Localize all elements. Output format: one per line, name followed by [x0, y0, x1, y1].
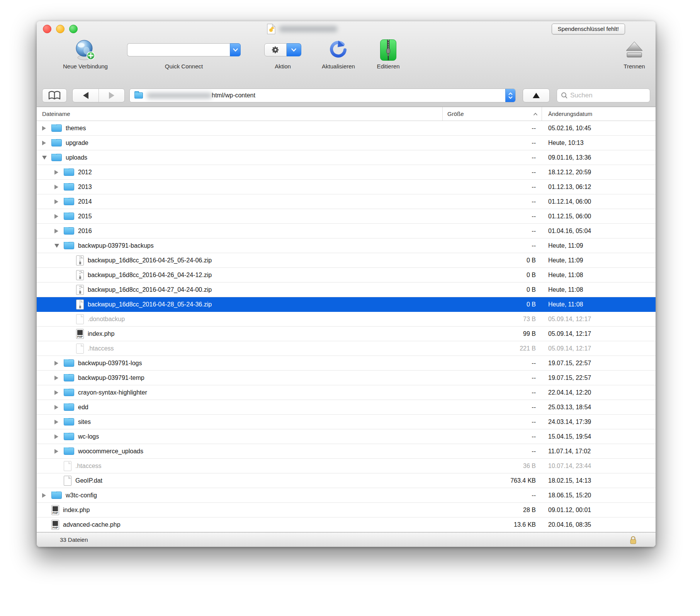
- file-name: 2012: [78, 169, 92, 176]
- table-row[interactable]: backwpup_16d8cc_2016-04-25_05-24-06.zip0…: [37, 253, 656, 268]
- search-input[interactable]: [570, 92, 646, 99]
- table-row[interactable]: 2013--01.12.13, 06:12: [37, 180, 656, 194]
- file-size: --: [442, 419, 542, 425]
- navigation-buttons: [72, 88, 125, 102]
- table-row[interactable]: wc-logs--15.04.15, 19:54: [37, 429, 656, 444]
- disclosure-triangle-expanded-icon[interactable]: [54, 244, 64, 248]
- file-name: wc-logs: [78, 433, 99, 440]
- file-name-cell: backwpup-039791-backups: [37, 242, 442, 249]
- disclosure-triangle-collapsed-icon[interactable]: [54, 229, 64, 233]
- path-stepper-icon[interactable]: [505, 88, 515, 102]
- table-row[interactable]: backwpup_16d8cc_2016-04-26_04-24-12.zip0…: [37, 268, 656, 282]
- disclosure-triangle-collapsed-icon[interactable]: [54, 434, 64, 439]
- file-size: 13.6 KB: [442, 521, 542, 528]
- disclosure-triangle-collapsed-icon[interactable]: [54, 405, 64, 410]
- table-row[interactable]: edd--25.03.13, 18:54: [37, 400, 656, 415]
- table-row[interactable]: GeoIP.dat763.4 KB18.02.15, 14:13: [37, 473, 656, 488]
- disclosure-triangle-collapsed-icon[interactable]: [54, 185, 64, 189]
- search-field[interactable]: [557, 88, 650, 102]
- toolbar-item-edit[interactable]: Editieren: [364, 37, 412, 70]
- toolbar-item-refresh[interactable]: Aktualisieren: [313, 37, 364, 70]
- path-dropdown[interactable]: html/wp-content: [129, 88, 516, 102]
- table-row[interactable]: woocommerce_uploads--11.07.14, 17:02: [37, 444, 656, 459]
- quick-connect-input[interactable]: [127, 43, 230, 56]
- disclosure-triangle-collapsed-icon[interactable]: [42, 141, 51, 145]
- disclosure-triangle-collapsed-icon[interactable]: [54, 199, 64, 204]
- file-size: --: [442, 140, 542, 146]
- folder-icon: [64, 403, 74, 411]
- table-row[interactable]: 2015--01.12.15, 06:00: [37, 209, 656, 224]
- file-size: --: [442, 374, 542, 381]
- chevron-down-icon[interactable]: [287, 43, 301, 56]
- disclosure-triangle-collapsed-icon[interactable]: [54, 361, 64, 366]
- file-name: w3tc-config: [66, 492, 97, 499]
- close-button[interactable]: [43, 25, 51, 33]
- file-name: 2015: [78, 213, 92, 220]
- file-size: 0 B: [442, 272, 542, 279]
- lock-icon: [629, 535, 637, 545]
- file-date: 01.12.14, 06:00: [542, 198, 656, 205]
- column-header-size[interactable]: Größe: [442, 107, 542, 121]
- table-row[interactable]: upgrade--Heute, 10:13: [37, 136, 656, 150]
- zoom-button[interactable]: [69, 25, 78, 33]
- disclosure-triangle-collapsed-icon[interactable]: [54, 170, 64, 175]
- table-row[interactable]: backwpup-039791-backups--Heute, 11:09: [37, 238, 656, 253]
- forward-button[interactable]: [99, 89, 124, 102]
- file-name-cell: w3tc-config: [37, 492, 442, 499]
- bookmarks-button[interactable]: [42, 88, 67, 102]
- disclosure-triangle-collapsed-icon[interactable]: [54, 390, 64, 395]
- table-row[interactable]: 2016--01.04.16, 05:04: [37, 224, 656, 238]
- file-size: 36 B: [442, 463, 542, 470]
- file-size: 99 B: [442, 330, 542, 337]
- traffic-lights: [43, 25, 78, 33]
- disclosure-triangle-collapsed-icon[interactable]: [42, 493, 51, 498]
- table-row[interactable]: w3tc-config--18.06.15, 15:20: [37, 488, 656, 503]
- back-icon: [83, 92, 88, 99]
- table-row[interactable]: backwpup-039791-logs--19.07.15, 22:57: [37, 356, 656, 371]
- file-date: Heute, 11:08: [542, 301, 656, 308]
- minimize-button[interactable]: [56, 25, 65, 33]
- table-row[interactable]: advanced-cache.php13.6 KB20.04.16, 08:35: [37, 517, 656, 532]
- file-date: Heute, 10:13: [542, 140, 656, 146]
- table-row[interactable]: themes--05.02.16, 10:45: [37, 121, 656, 136]
- back-button[interactable]: [73, 89, 99, 102]
- table-row[interactable]: .htaccess36 B10.07.14, 23:44: [37, 459, 656, 473]
- column-header-modified[interactable]: Änderungsdatum: [542, 111, 656, 117]
- disclosure-triangle-collapsed-icon[interactable]: [54, 449, 64, 454]
- go-up-button[interactable]: [523, 88, 550, 102]
- disclosure-triangle-collapsed-icon[interactable]: [54, 214, 64, 219]
- chevron-down-icon[interactable]: [230, 43, 241, 56]
- triangle-glyph: [54, 390, 58, 395]
- table-row[interactable]: index.php99 B05.09.14, 12:17: [37, 327, 656, 341]
- file-date: 05.09.14, 12:17: [542, 330, 656, 337]
- file-size: --: [442, 184, 542, 191]
- table-row[interactable]: uploads--09.01.16, 13:36: [37, 150, 656, 165]
- file-size: --: [442, 448, 542, 455]
- table-row[interactable]: 2012--18.12.12, 20:59: [37, 165, 656, 180]
- folder-icon: [64, 242, 74, 249]
- table-row[interactable]: backwpup_16d8cc_2016-04-28_05-24-36.zip0…: [37, 297, 656, 312]
- table-row[interactable]: backwpup_16d8cc_2016-04-27_04-24-00.zip0…: [37, 282, 656, 297]
- table-row[interactable]: index.php28 B09.01.12, 00:01: [37, 503, 656, 517]
- table-row[interactable]: sites--24.03.14, 17:39: [37, 415, 656, 429]
- toolbar-label: Editieren: [364, 63, 412, 70]
- disclosure-triangle-collapsed-icon[interactable]: [42, 126, 51, 131]
- file-name: index.php: [63, 507, 90, 514]
- disclosure-triangle-collapsed-icon[interactable]: [54, 420, 64, 424]
- gear-icon[interactable]: [264, 43, 287, 56]
- donation-key-missing-button[interactable]: Spendenschlüssel fehlt!: [552, 24, 625, 34]
- column-header-filename[interactable]: Dateiname: [37, 111, 442, 117]
- table-row[interactable]: .donotbackup73 B05.09.14, 12:17: [37, 312, 656, 327]
- table-row[interactable]: backwpup-039791-temp--19.07.15, 22:57: [37, 371, 656, 385]
- triangle-glyph: [54, 376, 58, 380]
- table-row[interactable]: crayon-syntax-highlighter--22.04.14, 12:…: [37, 385, 656, 400]
- table-row[interactable]: 2014--01.12.14, 06:00: [37, 194, 656, 209]
- disclosure-triangle-collapsed-icon[interactable]: [54, 376, 64, 380]
- table-row[interactable]: .htaccess221 B05.09.14, 12:17: [37, 341, 656, 356]
- disclosure-triangle-expanded-icon[interactable]: [42, 156, 51, 160]
- toolbar-item-disconnect[interactable]: Trennen: [607, 37, 656, 70]
- toolbar-item-new-connection[interactable]: Neue Verbindung: [51, 37, 120, 70]
- quick-connect-combobox[interactable]: [127, 43, 241, 56]
- folder-icon: [64, 359, 74, 367]
- file-icon: [76, 314, 84, 324]
